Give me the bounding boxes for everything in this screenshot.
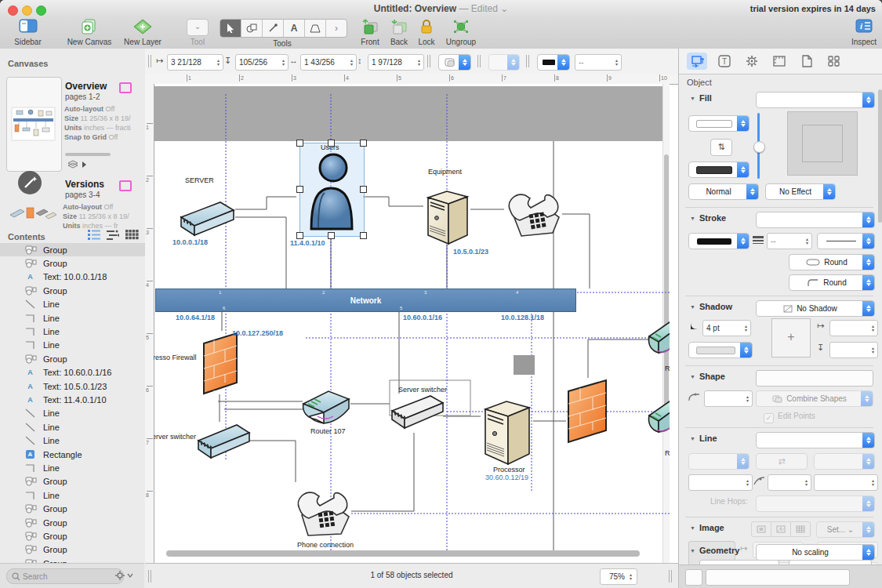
contents-row-line[interactable]: Line	[0, 311, 145, 325]
dropdown-stepper[interactable]	[459, 55, 470, 70]
dropdown-stepper[interactable]	[862, 522, 874, 537]
dropdown-stepper[interactable]	[862, 212, 874, 227]
text-tool-button[interactable]: A	[284, 20, 305, 37]
inspector-scrollbar[interactable]	[878, 80, 882, 550]
tab-text[interactable]: T	[714, 53, 735, 70]
style-wand-button[interactable]	[18, 171, 42, 194]
tab-canvas-size[interactable]	[769, 53, 789, 70]
contents-row-line[interactable]: Line	[0, 461, 145, 474]
router-107-shape[interactable]	[300, 388, 352, 429]
tool-dropdown[interactable]: ⌄ Tool	[182, 19, 213, 46]
line-hops-dropdown[interactable]	[756, 495, 875, 512]
line-type-dropdown[interactable]	[756, 432, 875, 448]
stepper-arrows[interactable]: ▴▾	[802, 479, 811, 487]
users-person-shape[interactable]	[307, 151, 356, 235]
stroke-pattern-dropdown[interactable]	[817, 233, 875, 249]
contents-row-text[interactable]: AText: 10.5.0.1/23	[0, 379, 145, 393]
x-position-field[interactable]: 3 21/128▴▾	[167, 54, 223, 71]
dropdown-stepper[interactable]	[737, 234, 749, 249]
processor-tower-shape[interactable]	[481, 396, 534, 468]
shape-preset-field[interactable]	[756, 370, 873, 387]
height-field[interactable]: 1 97/128▴▾	[368, 54, 424, 71]
contents-row-line[interactable]: Line	[0, 420, 145, 434]
drag-handle[interactable]	[477, 55, 482, 67]
line-start-size-field[interactable]: ▴▾	[688, 474, 753, 491]
network-bus[interactable]: Network123465	[155, 289, 576, 312]
bring-front-button[interactable]: Front	[357, 19, 383, 46]
new-layer-button[interactable]: New Layer	[119, 19, 166, 46]
line-tool-button[interactable]	[263, 20, 284, 37]
width-field[interactable]: 1 43/256▴▾	[300, 54, 357, 71]
firewall-left-shape[interactable]	[201, 331, 239, 397]
fill-color-bottom-well[interactable]	[688, 162, 750, 178]
dropdown-stepper[interactable]	[862, 234, 874, 249]
contents-row-group[interactable]: Group	[0, 284, 145, 297]
dropdown-stepper[interactable]	[740, 343, 752, 358]
contents-row-group[interactable]: Group	[0, 475, 145, 488]
dropdown-stepper[interactable]	[737, 116, 749, 131]
selection-handle[interactable]	[296, 186, 303, 193]
router-r1-shape[interactable]	[646, 318, 670, 365]
contents-row-rectangle[interactable]: ARectangle	[0, 448, 145, 461]
contents-row-group[interactable]: Group	[0, 516, 145, 529]
drag-handle[interactable]	[526, 55, 531, 67]
lock-button[interactable]: Lock	[415, 19, 438, 46]
canvas-thumbnail-versions[interactable]	[8, 204, 56, 226]
contents-row-group[interactable]: Group	[0, 243, 145, 256]
line-end-arrow-dropdown[interactable]	[814, 453, 875, 470]
grid-view-icon[interactable]	[125, 229, 139, 241]
telephone-shape[interactable]	[504, 186, 564, 242]
server-switcher-left-shape[interactable]	[196, 422, 251, 466]
shadow-y-field[interactable]: ▴▾	[829, 342, 878, 358]
contents-row-group[interactable]: Group	[0, 352, 145, 365]
selection-handle[interactable]	[296, 140, 303, 147]
shape-tool-button[interactable]	[241, 20, 263, 37]
tab-properties-gear[interactable]	[742, 53, 762, 70]
contents-row-line[interactable]: Line	[0, 339, 145, 352]
zoom-control[interactable]: 75%▴▾	[600, 568, 637, 585]
new-canvas-button[interactable]: New Canvas	[61, 19, 118, 46]
shadow-mode-dropdown[interactable]: No Shadow	[756, 300, 875, 317]
line-start-arrow-dropdown[interactable]	[688, 453, 750, 470]
selection-handle[interactable]	[360, 140, 367, 147]
server-switch-shape[interactable]	[179, 200, 235, 241]
firewall-right-shape[interactable]	[566, 378, 609, 446]
tab-stencils[interactable]	[824, 53, 844, 70]
list-view-icon[interactable]	[88, 229, 100, 241]
drag-handle[interactable]	[427, 55, 432, 67]
contents-row-group[interactable]: Group	[0, 557, 145, 563]
dropdown-stepper[interactable]	[557, 55, 569, 70]
stepper-arrows[interactable]: ▴▾	[803, 238, 811, 245]
canvas-name-overview[interactable]: Overview	[65, 81, 107, 92]
stepper-arrows[interactable]: ▴▾	[743, 479, 752, 487]
stepper-arrows[interactable]: ▴▾	[743, 395, 752, 403]
stepper-arrows[interactable]: ▴▾	[612, 59, 621, 67]
selection-handle[interactable]	[328, 140, 335, 147]
contents-row-group[interactable]: Group	[0, 256, 145, 270]
stepper-arrows[interactable]: ▴▾	[869, 347, 877, 354]
dropdown-stepper[interactable]	[862, 433, 874, 448]
contents-row-text[interactable]: AText: 10.60.0.1/16	[0, 366, 145, 379]
thumbnail-slider[interactable]	[65, 153, 111, 156]
swap-fill-colors-button[interactable]: ⇅	[710, 139, 732, 156]
stepper-arrows[interactable]: ▴▾	[415, 59, 423, 67]
drag-handle[interactable]	[148, 55, 153, 67]
selection-handle[interactable]	[360, 186, 367, 193]
server-switcher-right-shape[interactable]	[390, 394, 445, 436]
dropdown-stepper[interactable]	[862, 93, 874, 107]
shadow-style-well[interactable]	[488, 54, 520, 71]
shadow-x-field[interactable]: ▴▾	[829, 320, 878, 336]
stroke-join-dropdown[interactable]: Round	[789, 274, 875, 291]
shadow-size-field[interactable]: 4 pt▴▾	[702, 320, 751, 336]
more-tools-button[interactable]: ›	[326, 20, 347, 37]
corner-radius-field[interactable]: ▴▾	[704, 390, 753, 407]
stroke-style-well[interactable]	[537, 54, 570, 71]
stepper-arrows[interactable]: ▴▾	[869, 479, 877, 487]
selection-handle[interactable]	[360, 232, 367, 239]
line-curve-field[interactable]: ▴▾	[768, 474, 811, 491]
tab-object[interactable]	[687, 53, 707, 70]
dropdown-stepper[interactable]	[862, 496, 874, 511]
drag-handle[interactable]	[669, 570, 673, 583]
fill-gradient-slider-knob[interactable]	[753, 141, 765, 153]
outline-view-icon[interactable]	[107, 229, 119, 241]
